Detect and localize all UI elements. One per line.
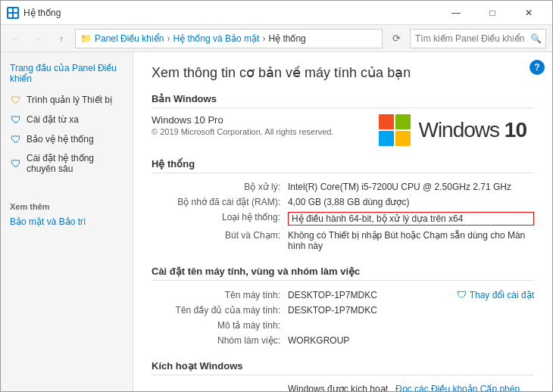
forward-button[interactable]: → [30, 30, 48, 48]
svg-rect-3 [14, 14, 17, 17]
workgroup-value: WORKGROUP [288, 335, 534, 346]
system-section-header: Hệ thống [152, 158, 534, 173]
folder-icon: 📁 [80, 33, 92, 44]
sidebar-item-device-manager[interactable]: 🛡 Trình quản lý Thiết bị [1, 90, 133, 110]
full-name-value: DESKTOP-1P7MDKC [288, 305, 534, 316]
sidebar-link-security[interactable]: Bảo mật và Bảo trì [1, 214, 133, 229]
shield-icon-yellow: 🛡 [10, 94, 22, 106]
workgroup-row: Nhóm làm việc: WORKGROUP [152, 333, 534, 348]
svg-rect-2 [8, 14, 12, 17]
sidebar-home-link[interactable]: Trang đầu của Panel Điều khiển [1, 60, 133, 90]
activation-status-label [152, 384, 288, 391]
windows-logo-text: Windows 10 [418, 118, 526, 142]
computer-name-header: Cài đặt tên máy tính, vùng và nhóm làm v… [152, 266, 534, 281]
search-wrapper: 🔍 [410, 29, 546, 48]
breadcrumb-system-security[interactable]: Hệ thống và Bảo mật [173, 33, 259, 44]
workgroup-label: Nhóm làm việc: [152, 335, 288, 346]
os-type-value: Hệ điều hành 64-bit, bộ xử lý dựa trên x… [288, 212, 534, 226]
windows-version-text: 10 [505, 118, 526, 142]
flag-pane-yellow [395, 131, 411, 146]
change-settings-button[interactable]: 🛡 Thay đổi cài đặt [457, 289, 534, 300]
flag-pane-red [379, 114, 394, 129]
shield-icon-blue-3: 🛡 [10, 157, 22, 170]
activation-status-row: Windows được kích hoạt Đọc các Điều khoả… [152, 381, 534, 391]
windows-flag-icon [379, 114, 411, 146]
change-settings-label: Thay đổi cài đặt [470, 290, 534, 300]
sidebar: Trang đầu của Panel Điều khiển 🛡 Trình q… [1, 52, 133, 391]
windows-info-row: Windows 10 Pro © 2019 Microsoft Corporat… [152, 114, 534, 146]
breadcrumb-sep-2: › [262, 33, 265, 44]
windows-section: Bản Windows Windows 10 Pro © 2019 Micros… [152, 93, 534, 146]
search-input[interactable] [410, 29, 546, 48]
windows-text: Windows [418, 118, 499, 142]
sidebar-item-advanced[interactable]: 🛡 Cài đặt hệ thống chuyên sâu [1, 149, 133, 178]
up-button[interactable]: ↑ [52, 30, 70, 48]
breadcrumb-panel[interactable]: Panel Điều khiển [95, 33, 164, 44]
windows-copyright: © 2019 Microsoft Corporation. All rights… [152, 127, 364, 136]
computer-name-table: Tên máy tính: DESKTOP-1P7MDKC 🛡 Thay đổi… [152, 287, 534, 348]
content-area: ? Xem thông tin cơ bản về máy tính của b… [133, 52, 552, 391]
shield-icon-blue-1: 🛡 [10, 114, 22, 126]
shield-change-icon: 🛡 [457, 289, 467, 300]
see-also-title: Xem thêm [1, 193, 133, 214]
ram-row: Bộ nhớ đã cài đặt (RAM): 4,00 GB (3,88 G… [152, 194, 534, 210]
page-title: Xem thông tin cơ bản về máy tính của bạn [152, 64, 534, 81]
minimize-button[interactable]: — [439, 2, 473, 23]
flag-pane-blue [379, 131, 394, 146]
windows-info-text: Windows 10 Pro © 2019 Microsoft Corporat… [152, 114, 364, 136]
cpu-row: Bộ xử lý: Intel(R) Core(TM) i5-7200U CPU… [152, 179, 534, 194]
description-value [288, 320, 534, 331]
windows-logo: Windows 10 [379, 114, 534, 146]
ram-value: 4,00 GB (3,88 GB dùng được) [288, 197, 534, 207]
sidebar-item-label-protection: Bảo vệ hệ thống [27, 134, 94, 145]
full-name-row: Tên đầy đủ của máy tính: DESKTOP-1P7MDKC [152, 303, 534, 318]
pc-name-value: DESKTOP-1P7MDKC [288, 290, 457, 300]
ram-label: Bộ nhớ đã cài đặt (RAM): [152, 197, 288, 207]
svg-rect-0 [8, 8, 12, 12]
sidebar-item-system-protection[interactable]: 🛡 Bảo vệ hệ thống [1, 129, 133, 149]
activation-header: Kích hoạt Windows [152, 360, 534, 375]
title-bar-left: Hệ thống [7, 7, 61, 19]
sidebar-item-label-advanced: Cài đặt hệ thống chuyên sâu [27, 153, 123, 174]
maximize-button[interactable]: □ [475, 2, 510, 23]
cpu-label: Bộ xử lý: [152, 182, 288, 192]
full-name-label: Tên đầy đủ của máy tính: [152, 305, 288, 316]
sidebar-item-label-remote: Cài đặt từ xa [27, 114, 79, 125]
breadcrumb-current: Hệ thống [268, 33, 305, 44]
activation-status-text: Windows được kích hoạt Đọc các Điều khoả… [288, 384, 534, 391]
address-bar: ← → ↑ 📁 Panel Điều khiển › Hệ thống và B… [1, 25, 552, 52]
sidebar-item-label-device: Trình quản lý Thiết bị [27, 95, 112, 105]
description-row: Mô tả máy tính: [152, 318, 534, 333]
system-info-table: Bộ xử lý: Intel(R) Core(TM) i5-7200U CPU… [152, 179, 534, 254]
cpu-value: Intel(R) Core(TM) i5-7200U CPU @ 2.50GHz… [288, 182, 534, 192]
help-button[interactable]: ? [530, 60, 545, 75]
window-title: Hệ thống [23, 8, 61, 18]
window-controls: — □ ✕ [439, 2, 546, 23]
computer-name-section: Cài đặt tên máy tính, vùng và nhóm làm v… [152, 266, 534, 348]
flag-pane-green [395, 114, 411, 129]
refresh-button[interactable]: ⟳ [387, 30, 405, 48]
os-type-row: Loại hệ thống: Hệ điều hành 64-bit, bộ x… [152, 210, 534, 228]
main-window: Hệ thống — □ ✕ ← → ↑ 📁 Panel Điều khiển … [0, 0, 553, 392]
pen-touch-label: Bút và Chạm: [152, 230, 288, 251]
window-icon [7, 7, 19, 19]
system-section: Hệ thống Bộ xử lý: Intel(R) Core(TM) i5-… [152, 158, 534, 254]
shield-icon-blue-2: 🛡 [10, 133, 22, 145]
description-label: Mô tả máy tính: [152, 320, 288, 331]
back-button[interactable]: ← [7, 30, 25, 48]
activation-section: Kích hoạt Windows Windows được kích hoạt… [152, 360, 534, 391]
pc-name-label: Tên máy tính: [152, 290, 288, 300]
breadcrumb-bar: 📁 Panel Điều khiển › Hệ thống và Bảo mật… [75, 29, 383, 48]
windows-section-header: Bản Windows [152, 93, 534, 108]
breadcrumb-sep-1: › [167, 33, 170, 44]
windows-edition: Windows 10 Pro [152, 114, 364, 126]
title-bar: Hệ thống — □ ✕ [1, 1, 552, 25]
pc-name-row: Tên máy tính: DESKTOP-1P7MDKC 🛡 Thay đổi… [152, 287, 534, 303]
close-button[interactable]: ✕ [511, 2, 546, 23]
pen-touch-value: Không có Thiết bị nhập Bút hoặc Chạm sẵn… [288, 230, 534, 251]
main-layout: Trang đầu của Panel Điều khiển 🛡 Trình q… [1, 52, 552, 391]
sidebar-item-remote[interactable]: 🛡 Cài đặt từ xa [1, 110, 133, 129]
os-type-label: Loại hệ thống: [152, 212, 288, 226]
svg-rect-1 [14, 8, 17, 12]
pen-touch-row: Bút và Chạm: Không có Thiết bị nhập Bút … [152, 228, 534, 254]
